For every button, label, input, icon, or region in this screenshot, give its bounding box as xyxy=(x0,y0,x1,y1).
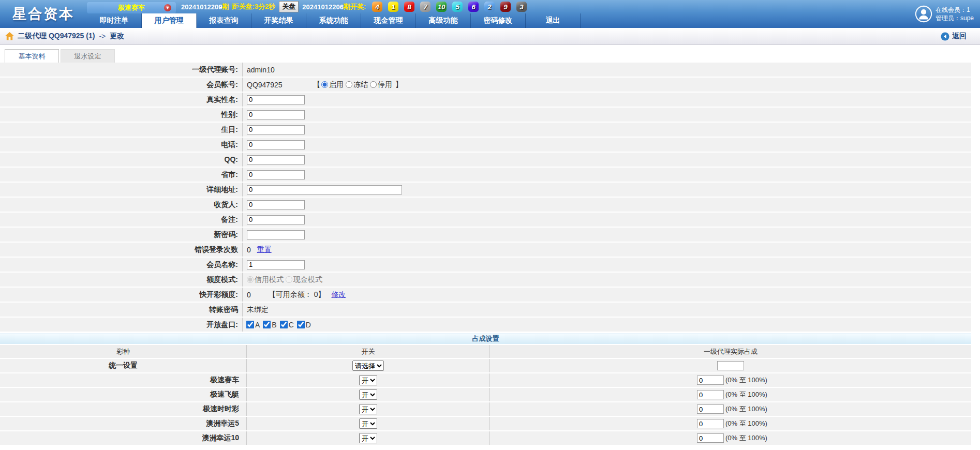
switch-cell: 开 xyxy=(246,417,489,430)
switch-cell: 开 xyxy=(246,402,489,416)
status-radio-2[interactable]: 停用 xyxy=(370,80,392,89)
subtab-1[interactable]: 退水设定 xyxy=(61,49,115,63)
switch-select[interactable]: 开 xyxy=(359,418,377,429)
home-icon xyxy=(5,32,14,40)
switch-select[interactable]: 开 xyxy=(359,404,377,414)
back-button[interactable]: 返回 xyxy=(941,32,967,41)
field-value: QQ947925【启用冻结停用】 xyxy=(242,78,971,92)
market-checkbox-A[interactable]: A xyxy=(247,321,260,329)
mode-radio-1: 现金模式 xyxy=(286,275,322,284)
checkbox-input[interactable] xyxy=(263,321,271,329)
field-text: admin10 xyxy=(247,66,275,74)
radio-input[interactable] xyxy=(370,81,377,88)
field-value xyxy=(242,93,971,107)
ratio-input[interactable] xyxy=(697,404,724,414)
table-row: 澳洲幸运5开(0% 至 100%) xyxy=(0,417,971,430)
field-input[interactable] xyxy=(247,110,305,119)
radio-input[interactable] xyxy=(346,81,352,88)
nav-tab-3[interactable]: 开奖结果 xyxy=(251,13,306,28)
ratio-input[interactable] xyxy=(697,376,724,385)
field-input[interactable] xyxy=(247,230,305,239)
lottery-name: 极速赛车 xyxy=(0,373,246,387)
field-value xyxy=(242,198,971,212)
modify-link[interactable]: 修改 xyxy=(331,290,346,299)
form-row: 详细地址: xyxy=(0,183,971,197)
market-checkbox-B[interactable]: B xyxy=(263,321,276,329)
field-label: 一级代理账号: xyxy=(0,63,242,77)
result-ball-2: 2 xyxy=(484,2,495,12)
field-input[interactable] xyxy=(247,200,305,209)
unified-switch-select[interactable]: 请选择 xyxy=(352,361,384,371)
field-input[interactable] xyxy=(247,185,402,194)
checkbox-input[interactable] xyxy=(297,321,305,329)
back-arrow-icon xyxy=(941,32,949,41)
quota-value: 0 xyxy=(247,291,251,299)
ratio-input[interactable] xyxy=(697,419,724,428)
lottery-name: 极速时时彩 xyxy=(0,402,246,416)
brand-logo: 星合资本 xyxy=(0,0,87,28)
table-row: 极速飞艇开(0% 至 100%) xyxy=(0,388,971,401)
checkbox-label: D xyxy=(306,321,311,329)
form-row: 真实性名: xyxy=(0,93,971,107)
field-label: 新密码: xyxy=(0,228,242,242)
lottery-status-bar: 极速赛车 ▼ 20241012209 期 距关盘:3分2秒 关盘 2024101… xyxy=(87,0,913,13)
field-label: 真实性名: xyxy=(0,93,242,107)
field-input[interactable] xyxy=(247,125,305,134)
reset-link[interactable]: 重置 xyxy=(257,245,272,254)
result-period: 20241012206 xyxy=(302,3,344,11)
market-checkbox-D[interactable]: D xyxy=(298,321,311,329)
user-info: 在线会员：1 管理员：supe xyxy=(915,0,980,28)
field-input[interactable] xyxy=(247,260,305,269)
nav-tab-4[interactable]: 系统功能 xyxy=(306,13,361,28)
checkbox-input[interactable] xyxy=(279,321,288,329)
ratio-cell: (0% 至 100%) xyxy=(489,402,971,416)
field-input[interactable] xyxy=(247,155,305,164)
checkbox-label: C xyxy=(289,321,294,329)
field-value xyxy=(242,168,971,182)
field-input[interactable] xyxy=(247,170,305,179)
unified-ratio-input[interactable] xyxy=(717,361,744,370)
form-row: 新密码: xyxy=(0,228,971,242)
result-ball-8: 8 xyxy=(404,2,414,12)
form-row: 电话: xyxy=(0,138,971,152)
field-label: QQ: xyxy=(0,153,242,167)
nav-tab-7[interactable]: 密码修改 xyxy=(471,13,526,28)
status-radio-0[interactable]: 启用 xyxy=(321,80,344,89)
nav-tab-2[interactable]: 报表查询 xyxy=(197,13,251,28)
nav-tab-8[interactable]: 退出 xyxy=(526,13,581,28)
radio-label: 启用 xyxy=(329,80,344,89)
result-ball-6: 6 xyxy=(468,2,479,12)
bracket-close: 】 xyxy=(395,80,403,89)
form-row: 省市: xyxy=(0,168,971,182)
status-radio-1[interactable]: 冻结 xyxy=(346,80,368,89)
switch-select[interactable]: 开 xyxy=(359,389,377,400)
ratio-input[interactable] xyxy=(697,433,724,443)
field-label: 会员帐号: xyxy=(0,78,242,92)
countdown-text: 距关盘:3分2秒 xyxy=(232,2,276,11)
market-checkbox-C[interactable]: C xyxy=(280,321,294,329)
field-input[interactable] xyxy=(247,95,305,104)
field-label: 错误登录次数 xyxy=(0,243,242,257)
radio-input[interactable] xyxy=(321,81,328,88)
field-input[interactable] xyxy=(247,140,305,149)
checkbox-input[interactable] xyxy=(246,321,255,329)
nav-tab-0[interactable]: 即时注单 xyxy=(87,13,142,28)
field-input[interactable] xyxy=(247,215,305,224)
account-value: QQ947925 xyxy=(247,81,292,89)
ratio-cell: (0% 至 100%) xyxy=(489,431,971,445)
ratio-table: 统一设置请选择极速赛车开(0% 至 100%)极速飞艇开(0% 至 100%)极… xyxy=(0,359,971,445)
field-value xyxy=(242,153,971,167)
close-market-button[interactable]: 关盘 xyxy=(279,1,299,12)
switch-select[interactable]: 开 xyxy=(359,375,377,385)
subtab-0[interactable]: 基本资料 xyxy=(5,49,59,63)
lottery-selector-dropdown[interactable]: 极速赛车 ▼ xyxy=(87,2,176,13)
nav-tab-6[interactable]: 高级功能 xyxy=(416,13,471,28)
ratio-input[interactable] xyxy=(697,390,724,399)
form-row: 额度模式:信用模式现金模式 xyxy=(0,273,971,287)
nav-tab-5[interactable]: 现金管理 xyxy=(361,13,416,28)
app-header: 星合资本 极速赛车 ▼ 20241012209 期 距关盘:3分2秒 关盘 20… xyxy=(0,0,980,28)
switch-select[interactable]: 开 xyxy=(359,433,377,443)
field-label: 性别: xyxy=(0,108,242,122)
dropdown-arrow-icon: ▼ xyxy=(164,4,171,11)
nav-tab-1[interactable]: 用户管理 xyxy=(142,13,197,28)
